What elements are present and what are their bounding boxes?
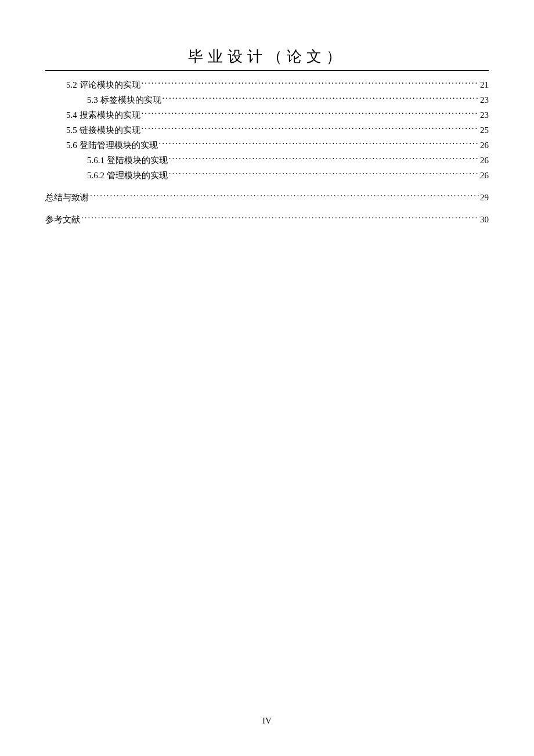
page-number: IV [0,716,534,726]
toc-entry-label: 5.6 登陆管理模块的实现 [66,138,158,152]
toc-entry-label: 参考文献 [45,213,80,226]
toc-entry: 5.6 登陆管理模块的实现26 [45,138,489,152]
toc-entry-label: 5.5 链接模块的实现 [66,123,140,137]
page-title: 毕业设计（论文） [45,46,489,71]
toc-entry-label: 5.2 评论模块的实现 [66,78,140,92]
toc-entry-page: 26 [480,153,489,167]
toc-entry: 总结与致谢29 [45,190,489,204]
toc-entry: 5.6.2 管理模块的实现26 [45,168,489,182]
toc-leader-dots [142,109,479,118]
toc-leader-dots [169,154,479,163]
toc-leader-dots [159,139,479,148]
toc-entry-label: 5.3 标签模块的实现 [87,93,161,107]
toc-entry: 5.5 链接模块的实现25 [45,123,489,137]
toc-entry: 5.6.1 登陆模块的实现26 [45,153,489,167]
toc-entry-label: 总结与致谢 [45,190,89,204]
toc-entry: 5.4 搜索模块的实现23 [45,108,489,122]
toc-entry-page: 26 [480,168,489,182]
toc-leader-dots [142,124,479,133]
toc-leader-dots [81,214,479,222]
toc-entry: 5.2 评论模块的实现21 [45,78,489,92]
toc-entry-label: 5.4 搜索模块的实现 [66,108,140,122]
toc-entry-page: 21 [480,78,489,92]
toc-leader-dots [163,94,479,103]
toc-entry-page: 23 [480,108,489,122]
toc-leader-dots [142,79,479,88]
toc-entry-label: 5.6.2 管理模块的实现 [87,168,168,182]
toc-entry-page: 30 [480,213,489,226]
toc-entry-label: 5.6.1 登陆模块的实现 [87,153,168,167]
toc-entry-page: 26 [480,138,489,152]
document-page: 毕业设计（论文） 5.2 评论模块的实现215.3 标签模块的实现235.4 搜… [0,0,534,756]
toc-entry-page: 23 [480,93,489,107]
toc-entry: 5.3 标签模块的实现23 [45,93,489,107]
table-of-contents: 5.2 评论模块的实现215.3 标签模块的实现235.4 搜索模块的实现235… [45,78,489,226]
toc-leader-dots [169,170,479,178]
toc-entry: 参考文献30 [45,213,489,226]
toc-leader-dots [90,192,479,200]
toc-entry-page: 29 [480,190,489,204]
toc-entry-page: 25 [480,123,489,137]
